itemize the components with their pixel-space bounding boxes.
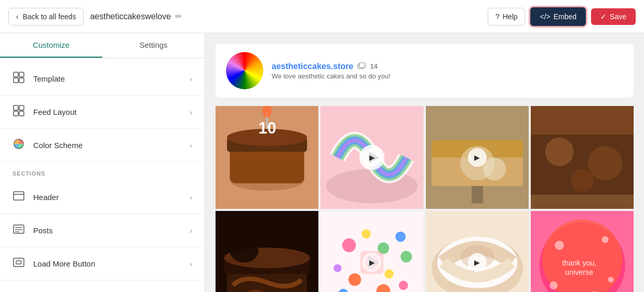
embed-button[interactable]: </> Embed	[530, 7, 586, 26]
sidebar-item-header-left: Header	[12, 190, 59, 204]
check-icon: ✓	[600, 12, 607, 21]
svg-rect-18	[359, 63, 365, 68]
back-chevron-icon: ‹	[16, 12, 19, 21]
sidebar-item-load-more-left: Load More Button	[12, 257, 95, 271]
help-label: Help	[503, 12, 518, 21]
feed-grid: 10 ▶	[216, 106, 634, 292]
tab-settings[interactable]: Settings	[102, 33, 205, 58]
posts-chevron-icon: ›	[190, 227, 192, 235]
edit-feed-name-icon[interactable]: ✏	[175, 11, 182, 21]
posts-icon	[12, 223, 25, 237]
svg-point-74	[608, 277, 613, 283]
sidebar-item-header[interactable]: Header ›	[0, 181, 205, 214]
sections-label: SECTIONS	[0, 162, 205, 181]
svg-point-57	[400, 251, 412, 262]
svg-text:10: 10	[259, 119, 276, 137]
svg-rect-36	[472, 186, 483, 203]
feed-item-1[interactable]: ▶	[320, 106, 423, 209]
play-icon-5: ▶	[363, 253, 381, 272]
svg-text:universe: universe	[565, 269, 593, 277]
posts-label: Posts	[33, 226, 53, 235]
svg-rect-9	[14, 192, 24, 200]
sidebar-tabs: Customize Settings	[0, 33, 205, 58]
back-button-label: Back to all feeds	[23, 12, 76, 21]
feed-name-area: aestheticcakeswelove ✏	[90, 11, 182, 21]
sidebar-item-posts-left: Posts	[12, 223, 53, 237]
svg-point-39	[545, 138, 573, 166]
sidebar-item-color-scheme-left: Color Scheme	[12, 138, 83, 152]
feed-item-2[interactable]: ▶	[426, 106, 529, 209]
load-more-icon	[12, 257, 25, 271]
topbar-right: ? Help </> Embed ✓ Save	[488, 7, 636, 26]
feed-name: aestheticcakeswelove	[90, 12, 171, 21]
svg-point-72	[555, 241, 564, 250]
profile-name: aestheticcakes.store 14	[272, 62, 391, 71]
svg-rect-1	[19, 72, 24, 77]
avatar-image	[226, 52, 263, 89]
color-scheme-icon	[12, 138, 25, 152]
load-more-label: Load More Button	[33, 259, 95, 268]
profile-image-count: 14	[370, 62, 377, 70]
feed-item-5[interactable]: ▶	[320, 211, 423, 292]
load-more-chevron-icon: ›	[190, 260, 192, 268]
play-icon-2: ▶	[468, 148, 487, 167]
preview-area: aestheticcakes.store 14 We love aestheti…	[205, 33, 644, 292]
feed-item-0[interactable]: 10	[216, 106, 318, 209]
template-icon	[12, 72, 25, 86]
svg-point-35	[483, 157, 506, 180]
header-chevron-icon: ›	[190, 193, 192, 202]
topbar: ‹ Back to all feeds aestheticcakeswelove…	[0, 0, 644, 33]
header-label: Header	[33, 193, 59, 202]
preview-inner: aestheticcakes.store 14 We love aestheti…	[205, 33, 644, 292]
profile-header: aestheticcakes.store 14 We love aestheti…	[216, 44, 634, 98]
sidebar-item-posts[interactable]: Posts ›	[0, 214, 205, 247]
feed-item-7[interactable]: thank you, universe	[531, 211, 634, 292]
avatar	[226, 52, 263, 89]
topbar-left: ‹ Back to all feeds aestheticcakeswelove…	[8, 8, 182, 25]
svg-point-54	[348, 273, 361, 286]
svg-point-41	[571, 169, 594, 192]
feed-layout-chevron-icon: ›	[190, 108, 192, 116]
help-button[interactable]: ? Help	[488, 8, 526, 25]
template-label: Template	[33, 74, 65, 83]
svg-rect-4	[14, 105, 18, 110]
svg-text:thank you,: thank you,	[562, 259, 596, 267]
feed-item-4[interactable]	[216, 211, 318, 292]
svg-rect-6	[14, 111, 18, 116]
sidebar-item-template[interactable]: Template ›	[0, 62, 205, 96]
svg-point-75	[549, 282, 557, 289]
feed-layout-label: Feed Layout	[33, 108, 76, 116]
svg-rect-15	[14, 258, 24, 267]
svg-rect-3	[19, 78, 24, 83]
svg-rect-0	[14, 72, 18, 77]
sidebar: Customize Settings Template ›	[0, 33, 205, 292]
tab-customize[interactable]: Customize	[0, 33, 102, 58]
feed-layout-icon	[12, 105, 25, 119]
feed-item-3[interactable]	[531, 106, 634, 209]
svg-rect-42	[531, 195, 634, 209]
svg-rect-16	[16, 261, 21, 264]
profile-image-count-icon	[357, 62, 366, 71]
feed-item-6[interactable]: ▶	[426, 211, 529, 292]
svg-point-49	[342, 238, 356, 252]
svg-point-73	[601, 236, 608, 243]
svg-rect-2	[14, 78, 18, 83]
play-icon-6: ▶	[468, 253, 487, 272]
save-label: Save	[610, 12, 626, 21]
sidebar-item-load-more[interactable]: Load More Button ›	[0, 247, 205, 281]
svg-rect-5	[19, 105, 24, 110]
color-scheme-label: Color Scheme	[33, 141, 83, 150]
sidebar-item-feed-layout[interactable]: Feed Layout ›	[0, 96, 205, 129]
svg-point-53	[334, 264, 342, 272]
profile-name-text: aestheticcakes.store	[272, 62, 353, 71]
svg-point-61	[399, 281, 408, 290]
save-button[interactable]: ✓ Save	[591, 8, 636, 25]
help-circle-icon: ?	[495, 12, 500, 21]
back-to-feeds-button[interactable]: ‹ Back to all feeds	[8, 8, 84, 25]
embed-label: Embed	[554, 12, 576, 21]
profile-bio: We love aesthetic cakes and so do you!	[272, 72, 391, 80]
sidebar-items: Template › Feed Layout ›	[0, 58, 205, 285]
svg-point-50	[362, 229, 371, 238]
sidebar-item-color-scheme[interactable]: Color Scheme ›	[0, 129, 205, 162]
template-chevron-icon: ›	[190, 75, 192, 83]
